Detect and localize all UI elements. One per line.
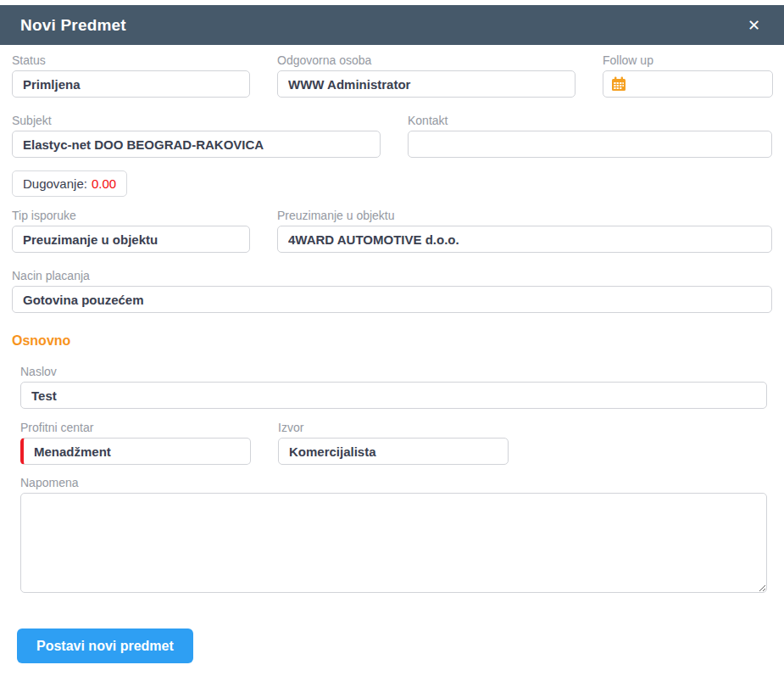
field-profitni-centar: Profitni centar: [20, 421, 251, 465]
field-subjekt: Subjekt: [12, 114, 381, 158]
profitni-centar-input[interactable]: [20, 438, 251, 465]
row-dugovanje: Dugovanje: 0.00: [12, 170, 772, 197]
row-naslov: Naslov: [20, 365, 767, 409]
kontakt-input[interactable]: [408, 131, 772, 158]
row-tip-preuzimanje: Tip isporuke Preuzimanje u objektu: [12, 209, 772, 253]
status-label: Status: [12, 53, 250, 67]
field-naslov: Naslov: [20, 365, 767, 409]
modal-body: Status Odgovorna osoba Follow up: [0, 45, 784, 663]
odgovorna-osoba-label: Odgovorna osoba: [277, 53, 575, 67]
postavi-novi-predmet-button[interactable]: Postavi novi predmet: [17, 629, 193, 663]
novi-predmet-modal: Novi Predmet ✕ Status Odgovorna osoba Fo…: [0, 5, 784, 663]
follow-up-label: Follow up: [603, 53, 773, 67]
napomena-textarea[interactable]: [20, 493, 767, 593]
kontakt-label: Kontakt: [408, 114, 772, 127]
follow-up-input[interactable]: [603, 70, 773, 98]
section-heading-osnovno: Osnovno: [12, 333, 772, 349]
naslov-input[interactable]: [20, 382, 767, 409]
nacin-placanja-label: Nacin placanja: [12, 269, 772, 282]
field-napomena: Napomena: [20, 476, 767, 593]
field-nacin-placanja: Nacin placanja: [12, 269, 772, 313]
field-follow-up: Follow up: [603, 53, 773, 98]
row-subjekt-kontakt: Subjekt Kontakt: [12, 114, 772, 158]
profitni-centar-label: Profitni centar: [20, 421, 251, 434]
dugovanje-badge: Dugovanje: 0.00: [12, 170, 127, 197]
dugovanje-label: Dugovanje:: [23, 176, 87, 191]
izvor-input[interactable]: [278, 438, 509, 465]
row-status-osoba-followup: Status Odgovorna osoba Follow up: [12, 53, 772, 98]
tip-isporuke-label: Tip isporuke: [12, 209, 250, 222]
subjekt-input[interactable]: [12, 131, 381, 158]
field-kontakt: Kontakt: [408, 114, 772, 158]
field-preuzimanje-u-objektu: Preuzimanje u objektu: [277, 209, 772, 253]
napomena-label: Napomena: [20, 476, 767, 489]
izvor-label: Izvor: [278, 421, 509, 434]
row-profitni-izvor: Profitni centar Izvor: [20, 421, 767, 465]
odgovorna-osoba-input[interactable]: [277, 70, 575, 98]
subjekt-label: Subjekt: [12, 114, 381, 127]
preuzimanje-u-objektu-label: Preuzimanje u objektu: [277, 209, 772, 222]
calendar-icon[interactable]: [611, 76, 626, 92]
field-tip-isporuke: Tip isporuke: [12, 209, 250, 253]
status-input[interactable]: [12, 70, 250, 98]
nacin-placanja-input[interactable]: [12, 286, 772, 313]
osnovno-group: Naslov Profitni centar Izvor Napomena: [12, 365, 767, 593]
modal-header: Novi Predmet ✕: [0, 5, 784, 45]
dugovanje-value: 0.00: [92, 176, 116, 191]
tip-isporuke-input[interactable]: [12, 226, 250, 253]
field-odgovorna-osoba: Odgovorna osoba: [277, 53, 575, 98]
modal-title: Novi Predmet: [20, 16, 126, 35]
field-status: Status: [12, 53, 250, 98]
row-nacin-placanja: Nacin placanja: [12, 269, 772, 313]
naslov-label: Naslov: [20, 365, 767, 378]
field-izvor: Izvor: [278, 421, 509, 465]
preuzimanje-u-objektu-input[interactable]: [277, 226, 772, 253]
close-icon[interactable]: ✕: [744, 14, 764, 36]
